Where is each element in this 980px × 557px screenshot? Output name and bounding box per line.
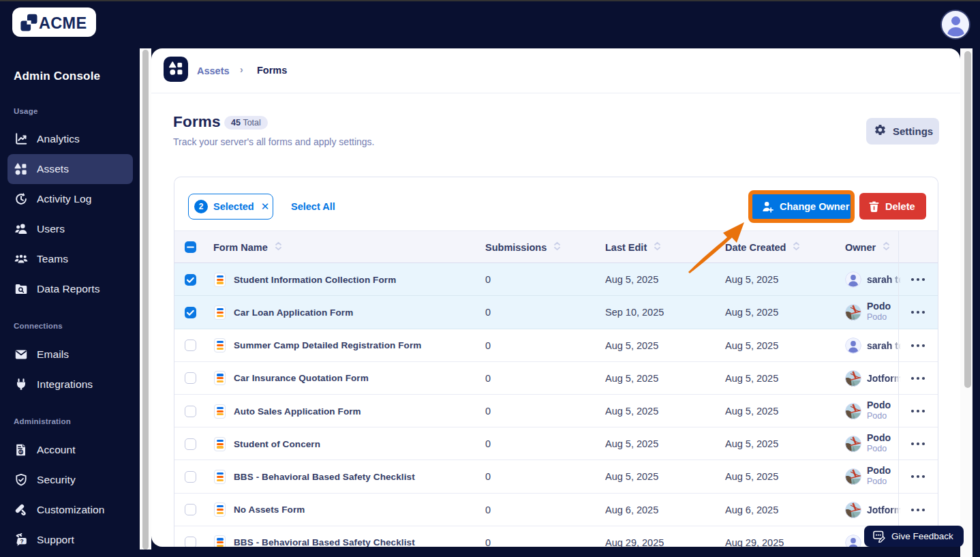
svg-text:$: $: [20, 449, 22, 455]
svg-text:ACME: ACME: [39, 14, 87, 32]
svg-text:?: ?: [20, 537, 24, 544]
